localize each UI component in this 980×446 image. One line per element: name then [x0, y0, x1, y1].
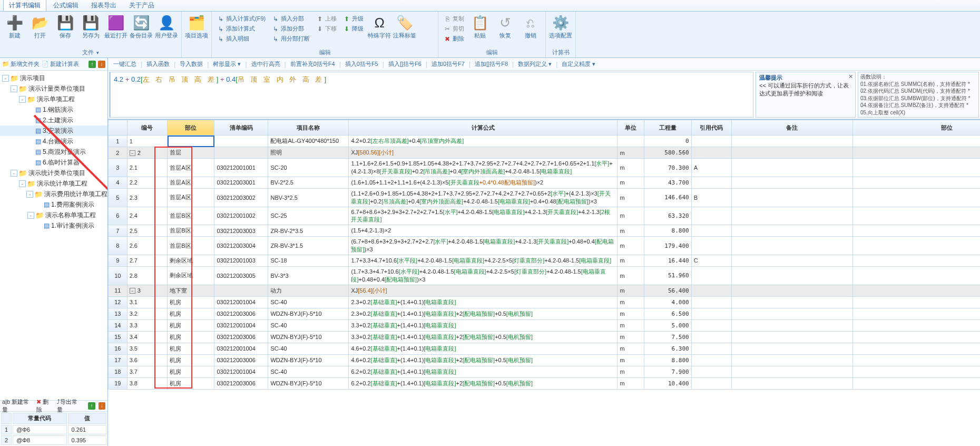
row-header[interactable]: 16 [109, 343, 128, 354]
toolbar-item[interactable]: 插入0括号F5 [343, 60, 380, 68]
tab-about[interactable]: 关于产品 [123, 0, 160, 11]
const-up[interactable]: ↑ [88, 402, 95, 410]
col-gcl[interactable]: 工程量 [644, 120, 691, 135]
row-header[interactable]: 3 [109, 159, 128, 177]
tree-file[interactable]: ▤2.土建演示 [0, 115, 107, 125]
insert-formula-button[interactable]: ↳插入计算式(F9) [215, 14, 268, 23]
insert-detail-button[interactable]: ↳插入明细 [215, 34, 268, 43]
col-bw[interactable]: 部位 [168, 120, 214, 135]
tab-report-export[interactable]: 报表导出 [85, 0, 122, 11]
paste-button[interactable]: 📋粘贴 [467, 13, 493, 40]
tab-formula-edit[interactable]: 公式编辑 [47, 0, 84, 11]
tree-file[interactable]: ▤4.台账演示 [0, 136, 107, 147]
tree-expander-icon[interactable]: - [26, 191, 33, 198]
row-header[interactable]: 12 [109, 296, 128, 308]
tree-file[interactable]: ▤1.钢筋演示 [0, 104, 107, 115]
open-button[interactable]: 📂打开 [27, 13, 53, 40]
add-part-button[interactable]: ↳添加分部 [270, 24, 312, 33]
tree-folder[interactable]: -📁演示单项工程 [0, 94, 107, 104]
add-calc-button[interactable]: ↳添加计算式 [215, 24, 268, 33]
tip-close-icon[interactable]: ✕ [848, 73, 853, 80]
table-row[interactable]: 193.8机房030212003006WDZN-BYJ(F)-5*106.2+0… [109, 377, 981, 389]
col-xmmc[interactable]: 项目名称 [268, 120, 349, 135]
special-char-button[interactable]: Ω特殊字符 [367, 13, 392, 40]
toolbar-item[interactable]: 选中行高亮 [249, 60, 282, 68]
row-header[interactable]: 8 [109, 237, 128, 255]
row-header[interactable]: 4 [109, 177, 128, 188]
row-header[interactable]: 9 [109, 255, 128, 266]
tree-expander-icon[interactable]: - [19, 180, 26, 187]
downgrade-button[interactable]: ⬇降级 [341, 24, 366, 33]
table-row[interactable]: 153.4机房030212003006WDZN-BYJ(F)-5*103.3+0… [109, 331, 981, 343]
table-row[interactable]: 42.2首层A区030212003001BV-2*2.5(1.6+1.05+1.… [109, 177, 981, 188]
toolbar-item[interactable]: 追加[]括号F8 [473, 60, 510, 68]
tree-file[interactable]: ▤1.审计案例演示 [0, 220, 107, 231]
row-header[interactable]: 15 [109, 331, 128, 343]
row-header[interactable]: 1 [109, 135, 128, 147]
table-row[interactable]: 11−3地下室动力XJ[56.4][小计]m56.400 [109, 285, 981, 296]
recent-button[interactable]: 🟪最近打开 [103, 13, 129, 40]
tree-folder[interactable]: -📁演示统计类单位项目 [0, 168, 107, 178]
row-expander-icon[interactable]: − [130, 150, 135, 156]
table-row[interactable]: 163.5机房030212001004SC-404.6+0.2[基础垂直]+(1… [109, 343, 981, 354]
row-header[interactable]: 13 [109, 308, 128, 319]
toolbar-item[interactable]: 追加0括号F7 [429, 60, 467, 68]
const-table[interactable]: 常量代码值 1@Φ60.261 2@Φ80.395 [0, 412, 107, 446]
row-header[interactable]: 2 [109, 147, 128, 159]
move-node-up[interactable]: ↑ [89, 61, 96, 68]
formula-editor[interactable]: 4.2 + 0.2[左 右 吊 顶 高 差] + 0.4[吊 顶 室 内 外 高… [109, 72, 753, 118]
project-tree[interactable]: -📁演示项目-📁演示计量类单位项目-📁演示单项工程▤1.钢筋演示▤2.土建演示▤… [0, 71, 107, 400]
tree-folder[interactable]: -📁演示名称单项工程 [0, 210, 107, 220]
tree-file[interactable]: ▤5.商混对量演示 [0, 147, 107, 157]
col-bw2[interactable]: 部位 [852, 120, 980, 135]
col-bh[interactable]: 编号 [127, 120, 168, 135]
row-header[interactable]: 14 [109, 319, 128, 331]
row-header[interactable]: 10 [109, 266, 128, 285]
grid-scroll[interactable]: 编号 部位 清单编码 项目名称 计算公式 单位 工程量 引用代码 备注 部位 不… [108, 119, 980, 446]
tree-file[interactable]: ▤3.安装演示 [0, 125, 107, 136]
backup-button[interactable]: 🔄备份目录 [129, 13, 154, 40]
col-rowno[interactable] [109, 120, 128, 135]
table-row[interactable]: 143.3机房030212001004SC-403.3+0.2[基础垂直]+(1… [109, 319, 981, 331]
delete-button[interactable]: ✖删除 [442, 34, 466, 43]
tree-expander-icon[interactable]: - [19, 96, 26, 103]
row-header[interactable]: 17 [109, 354, 128, 366]
row-header[interactable]: 19 [109, 377, 128, 389]
toolbar-item[interactable]: 插入[]括号F6 [386, 60, 424, 68]
table-row[interactable]: 102.8剩余区域030212003005BV-3*3(1.7+3.3+4.7+… [109, 266, 981, 285]
data-grid[interactable]: 编号 部位 清单编码 项目名称 计算公式 单位 工程量 引用代码 备注 部位 不… [108, 120, 980, 390]
new-table-button[interactable]: 📄新建计算表 [42, 60, 79, 68]
tree-expander-icon[interactable]: - [11, 170, 17, 177]
toolbar-item[interactable]: 数据列定义 ▾ [516, 60, 554, 68]
tree-expander-icon[interactable]: - [27, 212, 34, 219]
tree-expander-icon[interactable]: - [2, 75, 9, 82]
toolbar-item[interactable]: 树形显示 ▾ [211, 60, 243, 68]
cut-button[interactable]: ✂剪切 [442, 24, 466, 33]
col-bz[interactable]: 备注 [732, 120, 853, 135]
toolbar-item[interactable]: 自定义精度 ▾ [560, 60, 597, 68]
row-header[interactable]: 5 [109, 188, 128, 207]
table-row[interactable]: 82.6首层B区030212003004ZR-BV-3*1.5(6.7+8+8.… [109, 237, 981, 255]
tree-expander-icon[interactable]: - [11, 85, 17, 92]
const-down[interactable]: ↓ [99, 402, 105, 410]
col-qdbm[interactable]: 清单编码 [214, 120, 268, 135]
row-header[interactable]: 7 [109, 225, 128, 237]
col-jsgs[interactable]: 计算公式 [349, 120, 618, 135]
undo-button[interactable]: ⎌撤销 [518, 13, 543, 40]
row-expander-icon[interactable]: − [130, 288, 135, 294]
toolbar-item[interactable]: 导入数据 [178, 60, 205, 68]
use-part-button[interactable]: ↳用分部打断 [270, 34, 312, 43]
row-header[interactable]: 6 [109, 207, 128, 225]
table-row[interactable]: 2−2首层照明XJ[580.56][小计]m580.560 [109, 147, 981, 159]
row-header[interactable]: 18 [109, 366, 128, 377]
save-button[interactable]: 💾保存 [53, 13, 78, 40]
row-header[interactable]: 11 [109, 285, 128, 296]
tree-folder[interactable]: -📁演示费用统计单项工程 [0, 189, 107, 199]
restore-button[interactable]: ↺恢复 [493, 13, 518, 40]
login-button[interactable]: 👤用户登录 [154, 13, 179, 40]
toolbar-item[interactable]: 前置补充0括号F4 [288, 60, 337, 68]
tab-calc-edit[interactable]: 计算书编辑 [3, 0, 46, 11]
tree-file[interactable]: ▤1.费用案例演示 [0, 199, 107, 210]
tree-folder[interactable]: -📁演示统计单项工程 [0, 178, 107, 189]
move-node-down[interactable]: ↓ [98, 61, 105, 68]
